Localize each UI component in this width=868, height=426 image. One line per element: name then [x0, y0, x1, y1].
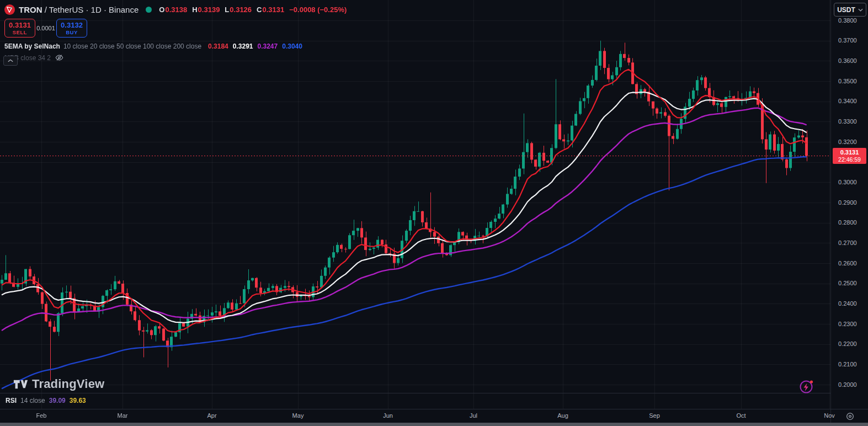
pane-separator[interactable] [0, 393, 830, 393]
tradingview-watermark-text: TradingView [32, 377, 104, 391]
session-clock-icon[interactable] [846, 412, 854, 420]
price-axis[interactable]: 0.3131 22:46:59 0.38000.37000.36000.3500… [830, 0, 868, 409]
rsi-title: RSI [6, 397, 17, 404]
high-value: 0.3139 [198, 6, 220, 14]
tradingview-chart-window: TRON / TetherUS · 1D · Binance O0.3138 H… [0, 0, 868, 426]
month-label: Nov [824, 412, 835, 419]
price-tick-label: 0.3600 [838, 57, 857, 64]
bar-countdown: 22:46:59 [838, 156, 861, 163]
currency-label: USDT [837, 6, 855, 14]
last-price-value: 0.3131 [840, 149, 859, 156]
price-tick-label: 0.3800 [838, 17, 857, 24]
tradingview-watermark: TradingView [13, 377, 104, 391]
month-label: Apr [207, 412, 216, 419]
ema-indicator-values: 0.31840.32910.32470.3040 [208, 42, 302, 50]
month-label: Jun [383, 412, 393, 419]
eye-off-icon[interactable] [55, 54, 63, 62]
currency-dropdown[interactable]: USDT [834, 3, 866, 17]
legend-collapse-button[interactable] [3, 56, 18, 66]
price-tick-label: 0.2600 [838, 260, 857, 267]
close-label: C [257, 6, 262, 14]
price-tick-label: 0.2400 [838, 300, 857, 307]
ema-value: 0.3247 [258, 42, 278, 50]
buy-label: BUY [66, 29, 78, 35]
trade-buttons-row: 0.3131 SELL 0.0001 0.3132 BUY [4, 19, 347, 38]
rsi-params: 14 close [20, 397, 45, 404]
price-tick-label: 0.2200 [838, 340, 857, 347]
month-label: Aug [557, 412, 568, 419]
price-tick-label: 0.3200 [838, 139, 857, 145]
month-label: Jul [470, 412, 477, 419]
symbol-details: / TetherUS · 1D · Binance [45, 5, 139, 14]
close-value: 0.3131 [262, 6, 284, 14]
low-value: 0.3126 [230, 6, 252, 14]
open-label: O [159, 6, 164, 14]
ema-indicator-params: 10 close 20 close 50 close 100 close 200… [63, 42, 201, 50]
horizontal-scrollbar[interactable] [0, 423, 868, 426]
chart-legend: TRON / TetherUS · 1D · Binance O0.3138 H… [4, 3, 347, 62]
change-value: −0.0008 (−0.25%) [289, 6, 347, 14]
price-tick-label: 0.2000 [838, 381, 857, 388]
chevron-down-icon [858, 8, 863, 12]
price-tick-label: 0.3000 [838, 179, 857, 185]
sell-price: 0.3131 [9, 22, 31, 29]
buy-price: 0.3132 [61, 22, 83, 29]
open-value: 0.3138 [165, 6, 187, 14]
quick-actions-button[interactable] [799, 379, 814, 394]
month-label: Oct [736, 412, 745, 419]
price-tick-label: 0.2700 [838, 239, 857, 246]
price-tick-label: 0.2300 [838, 321, 857, 327]
price-tick-label: 0.2100 [838, 361, 857, 368]
ema-indicator-row[interactable]: 5EMA by SelNach 10 close 20 close 50 clo… [4, 42, 347, 50]
ohlc-values: O0.3138 H0.3139 L0.3126 C0.3131 −0.0008 … [159, 6, 347, 14]
market-open-dot-icon[interactable] [146, 7, 152, 13]
mbb-indicator-row[interactable]: MBB close 34 2 [4, 54, 347, 62]
sell-button[interactable]: 0.3131 SELL [4, 19, 35, 38]
month-label: May [292, 412, 304, 419]
price-tick-label: 0.3700 [838, 37, 857, 44]
month-label: Mar [118, 412, 128, 419]
ema-indicator-title: 5EMA by SelNach [4, 42, 60, 50]
time-axis[interactable]: FebMarAprMayJunJulAugSepOctNov [0, 409, 868, 423]
price-tick-label: 0.3300 [838, 118, 857, 125]
ema-value: 0.3291 [233, 42, 253, 50]
sell-label: SELL [13, 29, 27, 35]
price-tick-label: 0.2900 [838, 199, 857, 206]
price-tick-label: 0.2500 [838, 280, 857, 286]
price-tick-label: 0.3500 [838, 78, 857, 84]
low-label: L [225, 6, 229, 14]
lightning-icon [799, 379, 814, 394]
rsi-indicator-row[interactable]: RSI 14 close 39.09 39.63 [6, 397, 86, 404]
ema-value: 0.3040 [282, 42, 302, 50]
ema-value: 0.3184 [208, 42, 228, 50]
symbol-title[interactable]: TRON / TetherUS · 1D · Binance [19, 5, 139, 14]
tradingview-logo-icon [13, 379, 28, 390]
chevron-up-icon [8, 59, 13, 62]
buy-button[interactable]: 0.3132 BUY [56, 19, 87, 38]
rsi-value: 39.09 [49, 397, 66, 404]
month-label: Feb [36, 412, 47, 419]
symbol-name: TRON [19, 5, 42, 14]
price-tick-label: 0.2800 [838, 219, 857, 226]
rsi-ma-value: 39.63 [70, 397, 86, 404]
month-label: Sep [649, 412, 660, 419]
spread-value: 0.0001 [35, 25, 56, 31]
symbol-row: TRON / TetherUS · 1D · Binance O0.3138 H… [4, 3, 347, 16]
high-label: H [192, 6, 197, 14]
tron-logo-icon [4, 4, 15, 15]
last-price-tag: 0.3131 22:46:59 [833, 148, 866, 164]
price-tick-label: 0.3400 [838, 98, 857, 104]
